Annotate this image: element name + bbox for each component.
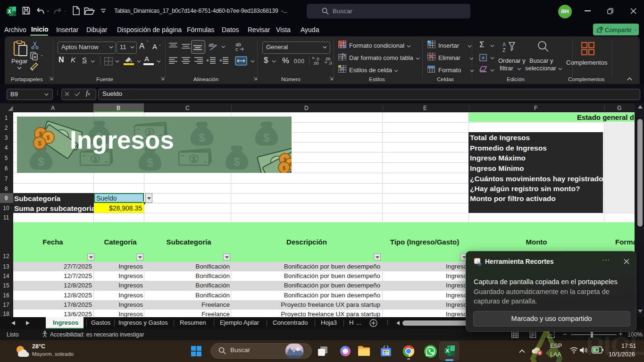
- svg-text:c: c: [235, 46, 238, 52]
- svg-text:X: X: [446, 348, 450, 354]
- svg-text:Z: Z: [502, 47, 506, 53]
- svg-text:$: $: [38, 140, 42, 147]
- svg-text:X: X: [8, 9, 11, 14]
- svg-text:$: $: [284, 157, 286, 162]
- svg-text:Ingresos: Ingresos: [70, 126, 174, 154]
- svg-text:$: $: [289, 161, 292, 167]
- svg-text:.00: .00: [313, 61, 319, 66]
- svg-text:A: A: [502, 42, 506, 47]
- svg-text:$: $: [47, 135, 50, 141]
- svg-text:$: $: [39, 131, 42, 137]
- svg-text:ab: ab: [209, 42, 214, 48]
- svg-text:$: $: [283, 165, 285, 171]
- svg-text:.0: .0: [328, 61, 332, 66]
